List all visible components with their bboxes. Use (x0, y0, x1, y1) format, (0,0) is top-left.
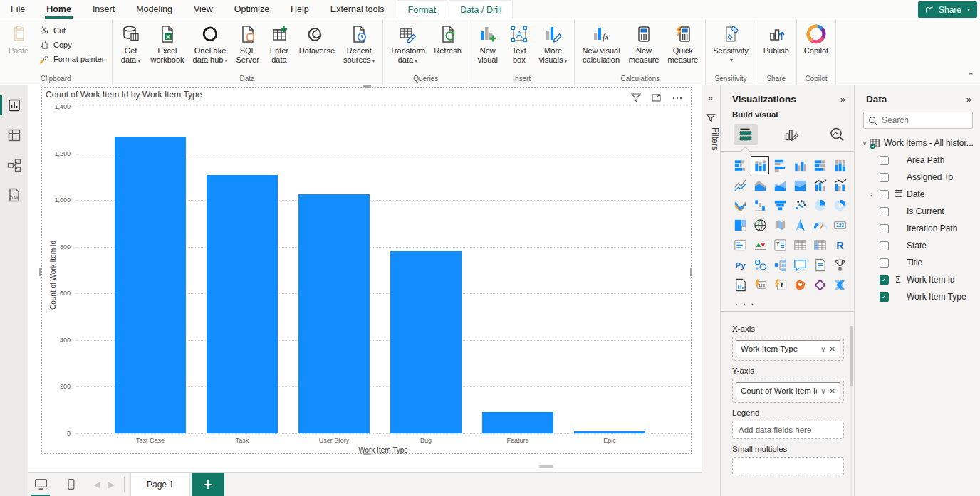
tab-build-visual[interactable] (734, 124, 758, 145)
visual-type-waterfall-chart[interactable] (751, 196, 769, 214)
remove-field-icon[interactable]: ✕ (830, 345, 835, 353)
menu-tab-optimize[interactable]: Optimize (224, 0, 280, 19)
field-checkbox[interactable] (880, 241, 889, 250)
visual-type-stacked-column-chart[interactable] (751, 156, 769, 174)
visual-type-100-stacked-area-chart[interactable] (791, 176, 809, 194)
field-checkbox[interactable] (880, 258, 889, 268)
field-row-work-item-type[interactable]: Work Item Type (855, 288, 980, 305)
recent-sources-button[interactable]: Recentsources▾ (339, 22, 380, 68)
cut-button[interactable]: Cut (34, 23, 109, 38)
paste-button[interactable]: Paste (3, 22, 34, 58)
page-tab[interactable]: Page 1 (130, 473, 190, 496)
new-visual-calculation-button[interactable]: fxNew visualcalculation (578, 22, 624, 67)
nav-dax-query-view[interactable]: DAX (0, 181, 28, 209)
bar-test-case[interactable] (115, 137, 186, 433)
copy-button[interactable]: Copy (34, 38, 109, 52)
visual-type-line-and-clustered-column-chart[interactable] (830, 176, 849, 194)
new-measure-button[interactable]: Newmeasure (625, 22, 664, 67)
publish-button[interactable]: Publish (759, 22, 793, 58)
search-box[interactable] (863, 112, 973, 129)
field-checkbox[interactable] (880, 292, 889, 302)
field-checkbox[interactable] (880, 275, 889, 285)
visual-type-table[interactable] (791, 236, 809, 254)
well-small-multiples[interactable] (732, 457, 844, 475)
menu-tab-insert[interactable]: Insert (82, 0, 125, 19)
share-button[interactable]: Share ▾ (918, 1, 977, 18)
resize-handle[interactable] (690, 268, 692, 276)
remove-field-icon[interactable]: ✕ (830, 387, 835, 395)
field-row-title[interactable]: Title (855, 254, 980, 271)
visual-type-decomposition-tree[interactable] (771, 255, 789, 274)
nav-table-view[interactable] (0, 121, 28, 149)
visual-type-matrix[interactable] (810, 236, 829, 254)
enter-data-button[interactable]: Enterdata (264, 22, 295, 67)
visual-type-100-stacked-column-chart[interactable] (830, 156, 849, 174)
next-page-icon[interactable]: ▶ (104, 480, 118, 490)
visual-type-pie-chart[interactable] (810, 196, 829, 214)
expand-field-icon[interactable]: › (867, 191, 876, 198)
copilot-button[interactable]: Copilot (800, 22, 833, 58)
menu-tab-home[interactable]: Home (36, 0, 82, 19)
collapse-visualizations-icon[interactable]: » (840, 94, 845, 105)
visual-type-key-influencers[interactable] (751, 255, 769, 274)
more-options-icon[interactable] (672, 93, 686, 104)
menu-tab-help[interactable]: Help (280, 0, 320, 19)
bar-user-story[interactable] (298, 194, 370, 433)
visual-type-r-script-visual[interactable]: R (830, 236, 849, 254)
chevron-down-icon[interactable]: ∨ (820, 387, 825, 395)
visual-type-q-and-a[interactable] (791, 255, 809, 274)
get-more-visuals-button[interactable]: . . . (721, 295, 854, 311)
expand-filters-icon[interactable]: « (702, 93, 720, 103)
visual-type-slicer[interactable] (771, 236, 789, 254)
desktop-layout-button[interactable] (28, 473, 53, 496)
visual-type-new-card[interactable]: 123 (751, 275, 769, 294)
field-row-is-current[interactable]: Is Current (855, 203, 980, 220)
menu-tab-file[interactable]: File (0, 0, 36, 19)
visual-type-python-visual[interactable]: Py (731, 255, 749, 274)
onelake-data-hub-button[interactable]: OneLakedata hub▾ (189, 22, 232, 68)
table-node[interactable]: ∨Work Items - All histor... (855, 134, 980, 152)
field-row-work-item-id[interactable]: ΣWork Item Id (855, 271, 980, 288)
visual-type-line-chart[interactable] (731, 176, 749, 194)
new-visual-button[interactable]: Newvisual (472, 22, 504, 67)
field-row-state[interactable]: State (855, 237, 980, 254)
excel-workbook-button[interactable]: XExcelworkbook (147, 22, 189, 67)
sensitivity-button[interactable]: Sensitivity▾ (709, 22, 753, 67)
menu-tab-view[interactable]: View (183, 0, 224, 19)
search-input[interactable] (882, 115, 960, 125)
visual-type-ribbon-chart[interactable] (731, 196, 749, 214)
menu-tab-external-tools[interactable]: External tools (320, 0, 395, 19)
canvas-horizontal-scrollbar[interactable] (539, 465, 553, 468)
field-row-area-path[interactable]: Area Path (855, 152, 980, 169)
resize-handle[interactable] (363, 85, 371, 88)
visual-type-multi-row-card[interactable] (731, 236, 749, 254)
focus-mode-icon[interactable] (651, 93, 665, 104)
field-row-iteration-path[interactable]: Iteration Path (855, 220, 980, 237)
visual-type-metrics[interactable] (830, 255, 849, 274)
transform-data-button[interactable]: Transformdata▾ (386, 22, 430, 68)
field-pill[interactable]: Work Item Type∨✕ (736, 340, 840, 357)
refresh-button[interactable]: Refresh (429, 22, 466, 58)
field-checkbox[interactable] (880, 190, 889, 199)
menu-tab-data-drill[interactable]: Data / Drill (449, 0, 513, 19)
nav-report-view[interactable] (0, 91, 28, 120)
menu-tab-modeling[interactable]: Modeling (125, 0, 183, 19)
visual-type-stacked-bar-chart[interactable] (731, 156, 749, 174)
more-visuals-button[interactable]: Morevisuals▾ (535, 22, 572, 68)
visual-type-gauge[interactable] (810, 216, 829, 234)
visual-type-clustered-bar-chart[interactable] (771, 156, 789, 174)
visual-type-card[interactable]: 123 (830, 216, 849, 234)
visual-type-area-chart[interactable] (751, 176, 769, 194)
bar-epic[interactable] (574, 431, 645, 433)
visual-type-scatter-chart[interactable] (791, 196, 809, 214)
tab-format-visual[interactable] (779, 124, 803, 145)
visual-type-map[interactable] (751, 216, 769, 234)
visual-type-azure-map[interactable] (791, 216, 809, 234)
bar-task[interactable] (207, 175, 278, 433)
field-checkbox[interactable] (880, 207, 889, 216)
filter-icon[interactable] (630, 93, 645, 104)
format-painter-button[interactable]: Format painter (34, 52, 109, 66)
field-row-date[interactable]: ›Date (855, 186, 980, 203)
nav-model-view[interactable] (0, 151, 28, 179)
visual-type-paginated-report[interactable] (731, 275, 749, 294)
